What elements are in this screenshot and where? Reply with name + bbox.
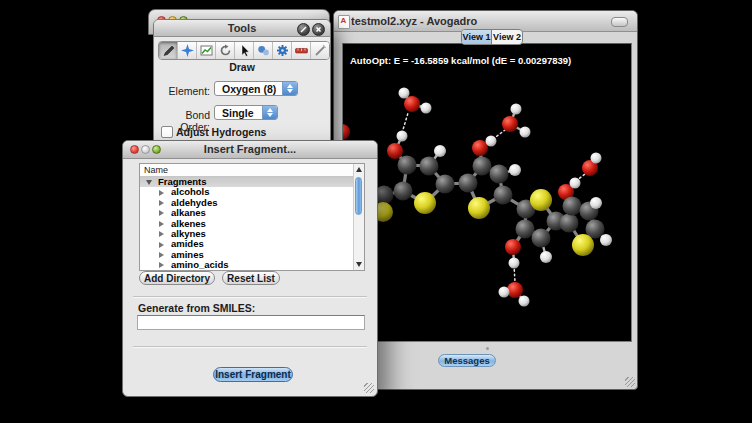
atom-H[interactable] [520,127,531,138]
cursor-arrow-icon [238,44,251,57]
scrollbar-thumb[interactable] [355,177,362,215]
molecule-viewport[interactable]: AutoOpt: E = -16.5859 kcal/mol (dE = 0.0… [342,43,632,342]
rotate-icon [219,44,232,57]
float-window-button[interactable] [297,23,310,36]
add-directory-button[interactable]: Add Directory [139,271,215,285]
insert-fragment-button[interactable]: Insert Fragment [213,367,293,382]
atom-H[interactable] [509,164,521,176]
atom-C[interactable] [473,157,492,176]
avogadro-main-window: A testmol2.xyz - Avogadro View 1 View 2 [333,10,638,390]
navigate-tool-button[interactable] [178,42,197,59]
bond-order-dropdown[interactable]: Single [214,105,278,120]
atom-H[interactable] [499,287,510,298]
atom-C[interactable] [394,182,413,201]
atom-H[interactable] [486,136,497,147]
atom-C[interactable] [516,220,535,239]
measure-tool-button[interactable] [292,42,311,59]
selection-tool-button[interactable] [235,42,254,59]
minimize-button[interactable] [141,145,150,154]
smiles-input[interactable] [137,315,365,330]
tools-palette: Tools [153,19,331,143]
atom-O[interactable] [343,124,350,140]
atom-S[interactable] [468,197,490,219]
disclosure-closed-icon[interactable] [159,210,164,216]
autoopt-status-text: AutoOpt: E = -16.5859 kcal/mol (dE = 0.0… [350,55,571,66]
zoom-button[interactable] [152,145,161,154]
element-dropdown[interactable]: Oxygen (8) [214,81,298,96]
splitter-handle[interactable] [486,347,489,350]
atom-O[interactable] [507,282,523,298]
tab-view-1[interactable]: View 1 [462,30,492,44]
desktop: A testmol2.xyz - Avogadro View 1 View 2 [0,0,752,423]
tools-title-bar[interactable]: Tools [154,20,330,37]
close-button[interactable] [130,145,139,154]
atom-H[interactable] [570,178,581,189]
dropdown-stepper-icon [282,82,297,95]
list-item[interactable]: alkanes [140,208,364,218]
manipulate-tool-button[interactable] [254,42,273,59]
bond-centric-tool-button[interactable] [197,42,216,59]
disclosure-closed-icon[interactable] [159,242,164,248]
document-proxy-icon[interactable]: A [338,15,350,29]
atom-O[interactable] [387,143,403,159]
dialog-title-bar[interactable]: Insert Fragment... [123,141,377,159]
atom-H[interactable] [590,197,602,209]
adjust-hydrogens-label: Adjust Hydrogens [176,126,266,138]
atom-C[interactable] [560,214,579,233]
disclosure-closed-icon[interactable] [159,252,164,258]
disclosure-closed-icon[interactable] [159,200,164,206]
messages-button[interactable]: Messages [438,354,496,367]
scrollbar[interactable] [353,164,364,270]
reset-list-button[interactable]: Reset List [222,271,280,285]
atom-H[interactable] [519,296,530,307]
disclosure-closed-icon[interactable] [159,190,164,196]
disclosure-closed-icon[interactable] [159,262,164,268]
document-icon-letter: A [341,16,347,25]
atom-H[interactable] [511,104,522,115]
resize-grip[interactable] [364,383,374,393]
atom-S[interactable] [572,234,594,256]
scroll-up-icon[interactable] [356,167,362,172]
atom-C[interactable] [398,156,417,175]
atom-C[interactable] [563,197,582,216]
auto-rotate-tool-button[interactable] [216,42,235,59]
draw-tool-button[interactable] [159,42,178,59]
atom-H[interactable] [509,258,520,269]
atom-C[interactable] [532,229,551,248]
divider [133,346,367,348]
compass-star-icon [181,44,194,57]
atom-O[interactable] [502,116,518,132]
toolbar-toggle-button[interactable] [611,17,628,27]
tab-view-2[interactable]: View 2 [492,30,522,44]
atom-C[interactable] [494,186,513,205]
list-item[interactable]: amino_acids [140,260,364,270]
wand-icon [314,44,327,57]
atom-H[interactable] [397,131,408,142]
disclosure-open-icon[interactable] [146,180,152,185]
atom-H[interactable] [421,103,432,114]
atom-C[interactable] [420,157,439,176]
atom-O[interactable] [404,96,420,112]
close-icon[interactable] [312,23,325,36]
adjust-hydrogens-checkbox[interactable] [161,126,173,138]
auto-optimize-tool-button[interactable] [273,42,292,59]
disclosure-closed-icon[interactable] [159,221,164,227]
atom-H[interactable] [540,251,552,263]
atom-H[interactable] [434,145,446,157]
atom-C[interactable] [436,175,455,194]
atom-H[interactable] [600,234,612,246]
atom-C[interactable] [459,174,478,193]
align-tool-button[interactable] [311,42,329,59]
atom-O[interactable] [505,239,521,255]
scroll-down-icon[interactable] [356,262,362,267]
atom-C[interactable] [490,165,509,184]
atom-H[interactable] [591,153,602,164]
atom-O[interactable] [472,140,488,156]
resize-grip[interactable] [625,377,635,387]
disclosure-closed-icon[interactable] [159,231,164,237]
atom-S[interactable] [414,192,436,214]
atom-S[interactable] [530,189,552,211]
fragment-tree[interactable]: Name Fragmentsalcoholsaldehydesalkanesal… [139,163,365,271]
list-item-label: alkynes [140,228,206,239]
atom-H[interactable] [399,88,410,99]
